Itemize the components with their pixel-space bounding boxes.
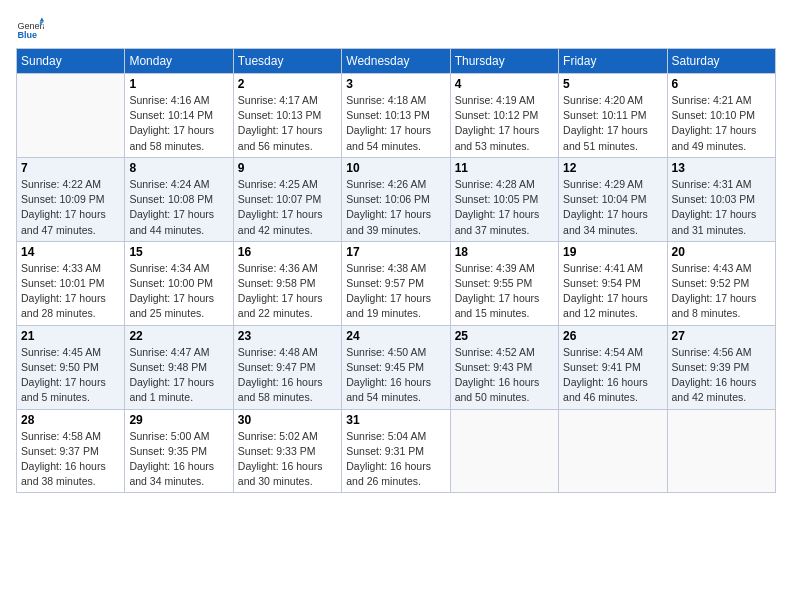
- day-number: 10: [346, 161, 445, 175]
- day-number: 12: [563, 161, 662, 175]
- calendar-cell: 16Sunrise: 4:36 AMSunset: 9:58 PMDayligh…: [233, 241, 341, 325]
- day-number: 20: [672, 245, 771, 259]
- day-info: Sunrise: 4:50 AMSunset: 9:45 PMDaylight:…: [346, 345, 445, 406]
- day-number: 15: [129, 245, 228, 259]
- calendar-cell: 14Sunrise: 4:33 AMSunset: 10:01 PMDaylig…: [17, 241, 125, 325]
- calendar-cell: [667, 409, 775, 493]
- day-info: Sunrise: 4:28 AMSunset: 10:05 PMDaylight…: [455, 177, 554, 238]
- day-info: Sunrise: 4:31 AMSunset: 10:03 PMDaylight…: [672, 177, 771, 238]
- day-number: 22: [129, 329, 228, 343]
- calendar-cell: 3Sunrise: 4:18 AMSunset: 10:13 PMDayligh…: [342, 74, 450, 158]
- logo-icon: General Blue: [16, 16, 44, 44]
- calendar-cell: 24Sunrise: 4:50 AMSunset: 9:45 PMDayligh…: [342, 325, 450, 409]
- day-info: Sunrise: 5:02 AMSunset: 9:33 PMDaylight:…: [238, 429, 337, 490]
- calendar-cell: 15Sunrise: 4:34 AMSunset: 10:00 PMDaylig…: [125, 241, 233, 325]
- day-info: Sunrise: 4:41 AMSunset: 9:54 PMDaylight:…: [563, 261, 662, 322]
- calendar-week-row: 1Sunrise: 4:16 AMSunset: 10:14 PMDayligh…: [17, 74, 776, 158]
- calendar-cell: 4Sunrise: 4:19 AMSunset: 10:12 PMDayligh…: [450, 74, 558, 158]
- day-number: 4: [455, 77, 554, 91]
- calendar-week-row: 21Sunrise: 4:45 AMSunset: 9:50 PMDayligh…: [17, 325, 776, 409]
- calendar-cell: [17, 74, 125, 158]
- calendar-cell: 25Sunrise: 4:52 AMSunset: 9:43 PMDayligh…: [450, 325, 558, 409]
- day-number: 27: [672, 329, 771, 343]
- calendar-cell: 29Sunrise: 5:00 AMSunset: 9:35 PMDayligh…: [125, 409, 233, 493]
- day-info: Sunrise: 4:19 AMSunset: 10:12 PMDaylight…: [455, 93, 554, 154]
- svg-marker-2: [40, 17, 44, 21]
- page-header: General Blue: [16, 16, 776, 44]
- day-number: 19: [563, 245, 662, 259]
- day-number: 30: [238, 413, 337, 427]
- day-number: 17: [346, 245, 445, 259]
- calendar-week-row: 7Sunrise: 4:22 AMSunset: 10:09 PMDayligh…: [17, 157, 776, 241]
- column-header-tuesday: Tuesday: [233, 49, 341, 74]
- calendar-cell: 12Sunrise: 4:29 AMSunset: 10:04 PMDaylig…: [559, 157, 667, 241]
- calendar-cell: 8Sunrise: 4:24 AMSunset: 10:08 PMDayligh…: [125, 157, 233, 241]
- calendar-cell: 17Sunrise: 4:38 AMSunset: 9:57 PMDayligh…: [342, 241, 450, 325]
- day-info: Sunrise: 4:24 AMSunset: 10:08 PMDaylight…: [129, 177, 228, 238]
- calendar-week-row: 14Sunrise: 4:33 AMSunset: 10:01 PMDaylig…: [17, 241, 776, 325]
- calendar-cell: 19Sunrise: 4:41 AMSunset: 9:54 PMDayligh…: [559, 241, 667, 325]
- day-info: Sunrise: 4:54 AMSunset: 9:41 PMDaylight:…: [563, 345, 662, 406]
- day-number: 16: [238, 245, 337, 259]
- day-info: Sunrise: 4:56 AMSunset: 9:39 PMDaylight:…: [672, 345, 771, 406]
- day-info: Sunrise: 4:58 AMSunset: 9:37 PMDaylight:…: [21, 429, 120, 490]
- day-number: 11: [455, 161, 554, 175]
- column-header-saturday: Saturday: [667, 49, 775, 74]
- column-header-thursday: Thursday: [450, 49, 558, 74]
- calendar-cell: 13Sunrise: 4:31 AMSunset: 10:03 PMDaylig…: [667, 157, 775, 241]
- column-header-friday: Friday: [559, 49, 667, 74]
- day-info: Sunrise: 4:22 AMSunset: 10:09 PMDaylight…: [21, 177, 120, 238]
- day-number: 21: [21, 329, 120, 343]
- day-info: Sunrise: 4:48 AMSunset: 9:47 PMDaylight:…: [238, 345, 337, 406]
- day-info: Sunrise: 4:21 AMSunset: 10:10 PMDaylight…: [672, 93, 771, 154]
- day-number: 6: [672, 77, 771, 91]
- day-number: 25: [455, 329, 554, 343]
- calendar-cell: 11Sunrise: 4:28 AMSunset: 10:05 PMDaylig…: [450, 157, 558, 241]
- calendar-cell: 10Sunrise: 4:26 AMSunset: 10:06 PMDaylig…: [342, 157, 450, 241]
- day-number: 24: [346, 329, 445, 343]
- day-info: Sunrise: 5:00 AMSunset: 9:35 PMDaylight:…: [129, 429, 228, 490]
- calendar-cell: 18Sunrise: 4:39 AMSunset: 9:55 PMDayligh…: [450, 241, 558, 325]
- calendar-cell: 7Sunrise: 4:22 AMSunset: 10:09 PMDayligh…: [17, 157, 125, 241]
- calendar-cell: 27Sunrise: 4:56 AMSunset: 9:39 PMDayligh…: [667, 325, 775, 409]
- calendar-cell: 26Sunrise: 4:54 AMSunset: 9:41 PMDayligh…: [559, 325, 667, 409]
- day-number: 8: [129, 161, 228, 175]
- day-info: Sunrise: 4:16 AMSunset: 10:14 PMDaylight…: [129, 93, 228, 154]
- day-number: 31: [346, 413, 445, 427]
- calendar-header-row: SundayMondayTuesdayWednesdayThursdayFrid…: [17, 49, 776, 74]
- day-info: Sunrise: 4:47 AMSunset: 9:48 PMDaylight:…: [129, 345, 228, 406]
- day-number: 13: [672, 161, 771, 175]
- day-number: 28: [21, 413, 120, 427]
- calendar-cell: 31Sunrise: 5:04 AMSunset: 9:31 PMDayligh…: [342, 409, 450, 493]
- logo: General Blue: [16, 16, 44, 44]
- day-info: Sunrise: 4:36 AMSunset: 9:58 PMDaylight:…: [238, 261, 337, 322]
- calendar-cell: 2Sunrise: 4:17 AMSunset: 10:13 PMDayligh…: [233, 74, 341, 158]
- calendar-cell: 23Sunrise: 4:48 AMSunset: 9:47 PMDayligh…: [233, 325, 341, 409]
- calendar-table: SundayMondayTuesdayWednesdayThursdayFrid…: [16, 48, 776, 493]
- calendar-cell: 30Sunrise: 5:02 AMSunset: 9:33 PMDayligh…: [233, 409, 341, 493]
- day-number: 18: [455, 245, 554, 259]
- calendar-cell: [559, 409, 667, 493]
- calendar-cell: 21Sunrise: 4:45 AMSunset: 9:50 PMDayligh…: [17, 325, 125, 409]
- day-number: 5: [563, 77, 662, 91]
- calendar-cell: 1Sunrise: 4:16 AMSunset: 10:14 PMDayligh…: [125, 74, 233, 158]
- day-info: Sunrise: 4:34 AMSunset: 10:00 PMDaylight…: [129, 261, 228, 322]
- column-header-sunday: Sunday: [17, 49, 125, 74]
- day-info: Sunrise: 4:25 AMSunset: 10:07 PMDaylight…: [238, 177, 337, 238]
- calendar-week-row: 28Sunrise: 4:58 AMSunset: 9:37 PMDayligh…: [17, 409, 776, 493]
- calendar-cell: 28Sunrise: 4:58 AMSunset: 9:37 PMDayligh…: [17, 409, 125, 493]
- day-number: 29: [129, 413, 228, 427]
- calendar-cell: 20Sunrise: 4:43 AMSunset: 9:52 PMDayligh…: [667, 241, 775, 325]
- column-header-wednesday: Wednesday: [342, 49, 450, 74]
- day-info: Sunrise: 4:20 AMSunset: 10:11 PMDaylight…: [563, 93, 662, 154]
- calendar-cell: 22Sunrise: 4:47 AMSunset: 9:48 PMDayligh…: [125, 325, 233, 409]
- day-info: Sunrise: 4:33 AMSunset: 10:01 PMDaylight…: [21, 261, 120, 322]
- day-info: Sunrise: 4:26 AMSunset: 10:06 PMDaylight…: [346, 177, 445, 238]
- calendar-cell: 9Sunrise: 4:25 AMSunset: 10:07 PMDayligh…: [233, 157, 341, 241]
- day-number: 9: [238, 161, 337, 175]
- day-number: 7: [21, 161, 120, 175]
- day-info: Sunrise: 4:39 AMSunset: 9:55 PMDaylight:…: [455, 261, 554, 322]
- day-info: Sunrise: 4:52 AMSunset: 9:43 PMDaylight:…: [455, 345, 554, 406]
- day-info: Sunrise: 4:38 AMSunset: 9:57 PMDaylight:…: [346, 261, 445, 322]
- day-info: Sunrise: 4:18 AMSunset: 10:13 PMDaylight…: [346, 93, 445, 154]
